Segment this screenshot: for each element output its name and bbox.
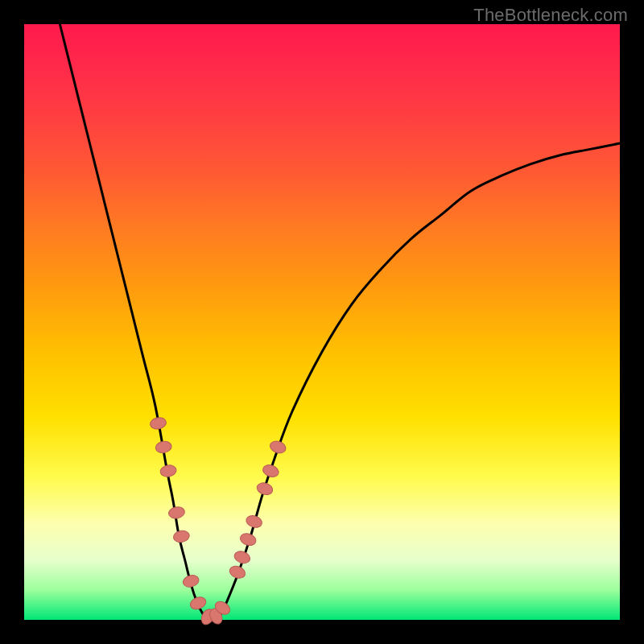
curve-marker bbox=[262, 463, 281, 479]
curve-marker bbox=[149, 416, 167, 431]
chart-frame: TheBottleneck.com bbox=[0, 0, 644, 644]
curve-marker bbox=[188, 595, 208, 611]
curve-marker bbox=[245, 514, 263, 529]
curve-marker bbox=[167, 506, 185, 520]
curve-marker bbox=[182, 573, 200, 588]
curve-marker bbox=[233, 549, 252, 565]
curve-marker bbox=[172, 530, 190, 544]
curve-marker bbox=[228, 564, 247, 580]
curve-marker bbox=[155, 440, 172, 454]
bottleneck-curve bbox=[60, 24, 620, 621]
plot-area bbox=[24, 24, 620, 620]
curve-marker bbox=[268, 439, 287, 455]
curve-marker bbox=[255, 481, 274, 497]
curve-marker bbox=[159, 464, 177, 477]
curve-marker bbox=[239, 531, 258, 547]
marker-group bbox=[149, 416, 287, 626]
chart-svg bbox=[24, 24, 620, 620]
watermark-text: TheBottleneck.com bbox=[473, 5, 628, 26]
